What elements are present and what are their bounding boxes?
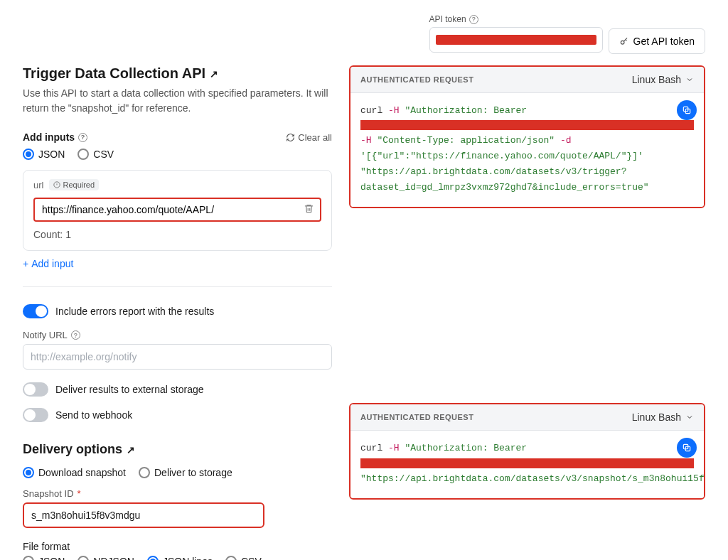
- language-select[interactable]: Linux Bash: [632, 74, 694, 85]
- radio-icon: [77, 556, 89, 560]
- radio-icon: [23, 556, 34, 560]
- external-storage-label: Deliver results to external storage: [55, 384, 204, 395]
- trigger-api-title: Trigger Data Collection API ↗: [23, 65, 332, 82]
- clear-all-button[interactable]: Clear all: [286, 132, 332, 143]
- include-errors-label: Include errors report with the results: [55, 306, 214, 317]
- snapshot-id-label: Snapshot ID *: [23, 488, 332, 499]
- trash-icon[interactable]: [304, 203, 314, 216]
- snapshot-code-panel: AUTHENTICATED REQUEST Linux Bash curl -H…: [349, 403, 705, 499]
- url-input[interactable]: [41, 203, 304, 216]
- trigger-code-panel: AUTHENTICATED REQUEST Linux Bash curl -H…: [349, 65, 705, 208]
- delivery-options-title: Delivery options ↗: [23, 442, 332, 457]
- external-storage-toggle[interactable]: [23, 382, 48, 397]
- radio-csv[interactable]: CSV: [77, 149, 114, 160]
- radio-icon: [225, 556, 237, 560]
- url-input-wrap: [33, 198, 321, 222]
- count-row: Count: 1: [33, 229, 321, 240]
- api-token-label: API token ?: [429, 14, 603, 24]
- help-icon: ?: [469, 15, 478, 24]
- radio-icon: [23, 149, 34, 160]
- include-errors-toggle[interactable]: [23, 304, 48, 318]
- required-badge: Required: [49, 179, 99, 190]
- language-select[interactable]: Linux Bash: [632, 411, 694, 423]
- help-icon: ?: [71, 330, 80, 340]
- trigger-api-description: Use this API to start a data collection …: [23, 86, 332, 116]
- radio-icon: [23, 467, 34, 478]
- api-token-input[interactable]: [429, 27, 603, 53]
- radio-icon: [139, 467, 150, 478]
- input-format-radios: JSON CSV: [23, 149, 332, 160]
- copy-icon: [682, 105, 692, 115]
- notify-url-label: Notify URL ?: [23, 330, 332, 340]
- key-icon: [619, 36, 629, 46]
- info-icon: [53, 181, 60, 188]
- chevron-down-icon: [685, 413, 694, 421]
- divider: [23, 286, 332, 287]
- external-link-icon: ↗: [127, 444, 135, 456]
- webhook-label: Send to webhook: [55, 409, 132, 421]
- delivery-mode-radios: Download snapshot Deliver to storage: [23, 467, 332, 478]
- webhook-toggle[interactable]: [23, 408, 48, 422]
- code-body: curl -H "Authorization: Bearer "https://…: [350, 431, 704, 497]
- radio-file-json[interactable]: JSON: [23, 556, 65, 560]
- chevron-down-icon: [685, 75, 694, 84]
- get-api-token-button[interactable]: Get API token: [609, 28, 705, 54]
- file-format-radios: JSON NDJSON JSON lines CSV: [23, 556, 332, 560]
- radio-json[interactable]: JSON: [23, 149, 65, 160]
- snapshot-id-input[interactable]: [23, 502, 264, 528]
- url-field-label: url: [33, 180, 43, 190]
- add-input-button[interactable]: + Add input: [23, 258, 332, 269]
- radio-icon: [147, 556, 159, 560]
- plus-icon: +: [23, 258, 28, 269]
- external-link-icon: ↗: [210, 68, 218, 80]
- svg-point-0: [621, 41, 624, 44]
- file-format-label: File format: [23, 541, 332, 552]
- radio-deliver-to-storage[interactable]: Deliver to storage: [139, 467, 232, 478]
- radio-file-ndjson[interactable]: NDJSON: [77, 556, 134, 560]
- copy-icon: [682, 443, 692, 453]
- code-body: curl -H "Authorization: Bearer -H "Conte…: [350, 93, 704, 207]
- redacted-token: [360, 458, 694, 468]
- input-card: url Required Count: 1: [23, 170, 332, 251]
- copy-button[interactable]: [677, 100, 697, 120]
- radio-download-snapshot[interactable]: Download snapshot: [23, 467, 126, 478]
- notify-url-input[interactable]: [23, 344, 332, 370]
- add-inputs-label: Add inputs ?: [23, 131, 87, 143]
- code-panel-title: AUTHENTICATED REQUEST: [360, 75, 473, 84]
- radio-file-csv[interactable]: CSV: [225, 556, 262, 560]
- radio-icon: [77, 149, 89, 160]
- redacted-token: [436, 35, 596, 45]
- help-icon: ?: [78, 133, 87, 142]
- refresh-icon: [286, 133, 295, 142]
- code-panel-title: AUTHENTICATED REQUEST: [360, 413, 473, 421]
- redacted-token: [360, 120, 694, 130]
- radio-file-jsonlines[interactable]: JSON lines: [147, 556, 213, 560]
